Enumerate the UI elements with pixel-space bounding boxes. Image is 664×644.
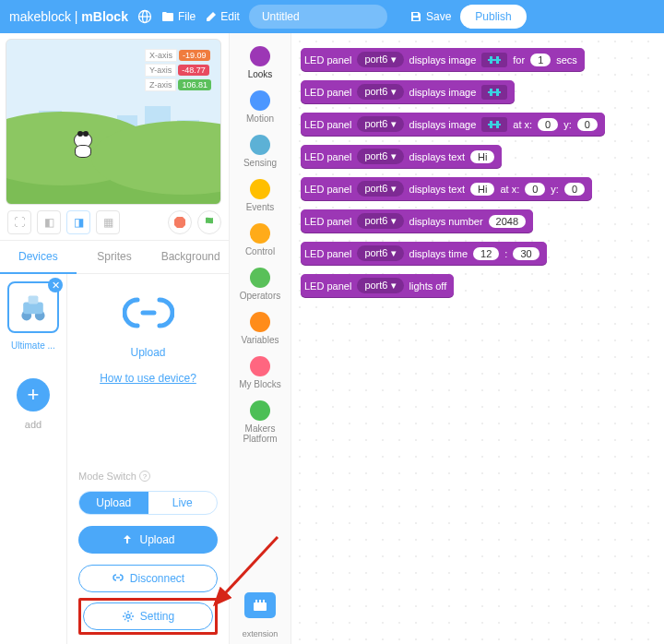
category-sensing[interactable]: Sensing (243, 131, 277, 172)
edit-menu[interactable]: Edit (205, 10, 240, 23)
svg-marker-2 (174, 217, 185, 228)
top-bar: makeblock | mBlock File Edit Save Publis… (0, 0, 664, 33)
edit-label: Edit (220, 10, 240, 23)
grid-button[interactable]: ▦ (96, 210, 120, 234)
brand-mblock: mBlock (81, 9, 128, 24)
layout-button-1[interactable]: ◧ (37, 210, 61, 234)
led-panel-block-7[interactable]: LED panelport6 ▾lights off (301, 274, 454, 297)
block-categories: LooksMotionSensingEventsControlOperators… (229, 33, 291, 644)
tab-devices[interactable]: Devices (0, 241, 77, 274)
led-panel-block-3[interactable]: LED panelport6 ▾displays textHi (301, 145, 502, 168)
device-thumbnail[interactable]: ✕ (7, 281, 59, 333)
layout-button-2[interactable]: ◨ (66, 210, 90, 234)
brand: makeblock | mBlock (9, 9, 128, 24)
file-label: File (178, 10, 196, 23)
block-canvas[interactable]: LED panelport6 ▾displays imagefor1secsLE… (291, 33, 664, 644)
tab-background[interactable]: Background (152, 241, 229, 274)
extension-label: extension (243, 629, 279, 638)
mode-switch-label: Mode Switch? (78, 471, 150, 482)
mode-live[interactable]: Live (148, 492, 218, 514)
tab-sprites[interactable]: Sprites (77, 241, 153, 274)
upload-caption: Upload (130, 346, 165, 359)
add-device-button[interactable]: + (17, 378, 50, 411)
category-variables[interactable]: Variables (242, 308, 279, 349)
globe-icon[interactable] (137, 9, 152, 24)
svg-rect-9 (255, 600, 257, 603)
left-column: X-axis-19.09 Y-axis-48.77 Z-axis106.81 ⛶… (0, 33, 229, 644)
stop-button[interactable] (168, 210, 192, 234)
led-panel-block-1[interactable]: LED panelport6 ▾displays image (301, 80, 515, 103)
category-events[interactable]: Events (246, 175, 275, 216)
panda-sprite (69, 132, 97, 160)
led-panel-block-2[interactable]: LED panelport6 ▾displays imageat x:0y:0 (301, 113, 605, 136)
mode-switch[interactable]: Upload Live (78, 491, 218, 515)
fullscreen-button[interactable]: ⛶ (7, 210, 31, 234)
remove-device-icon[interactable]: ✕ (48, 278, 63, 292)
svg-rect-15 (488, 59, 501, 61)
upload-button[interactable]: Upload (78, 526, 218, 554)
setting-button[interactable]: Setting (83, 602, 213, 630)
save-label: Save (426, 10, 451, 23)
publish-button[interactable]: Publish (460, 5, 526, 29)
svg-rect-10 (259, 600, 261, 603)
led-panel-block-4[interactable]: LED panelport6 ▾displays textHiat x:0y:0 (301, 177, 592, 200)
svg-rect-19 (488, 91, 501, 93)
device-name: Ultimate ... (11, 340, 55, 351)
category-looks[interactable]: Looks (248, 42, 273, 83)
svg-rect-6 (29, 295, 39, 304)
help-icon[interactable]: ? (139, 471, 150, 482)
upload-icon (123, 289, 174, 340)
stage-preview[interactable]: X-axis-19.09 Y-axis-48.77 Z-axis106.81 (6, 39, 221, 205)
svg-point-7 (126, 614, 130, 618)
category-control[interactable]: Control (245, 220, 275, 260)
svg-rect-8 (254, 602, 267, 611)
project-title-input[interactable] (249, 5, 387, 29)
category-motion[interactable]: Motion (246, 87, 274, 127)
asset-tabs: Devices Sprites Background (0, 240, 229, 274)
disconnect-button[interactable]: Disconnect (78, 565, 218, 592)
brand-makeblock: makeblock (9, 9, 71, 24)
save-button[interactable]: Save (409, 10, 451, 23)
led-panel-block-0[interactable]: LED panelport6 ▾displays imagefor1secs (301, 48, 585, 71)
how-to-use-link[interactable]: How to use device? (100, 372, 196, 385)
svg-rect-5 (23, 303, 43, 315)
file-menu[interactable]: File (161, 10, 196, 23)
mode-upload[interactable]: Upload (79, 492, 148, 514)
category-operators[interactable]: Operators (240, 264, 280, 304)
category-makers-platform[interactable]: Makers Platform (230, 397, 290, 447)
led-panel-block-6[interactable]: LED panelport6 ▾displays time12:30 (301, 242, 547, 265)
extension-button[interactable] (244, 592, 276, 618)
stage-controls: ⛶ ◧ ◨ ▦ (0, 205, 229, 240)
svg-rect-23 (488, 124, 501, 125)
category-my-blocks[interactable]: My Blocks (239, 352, 281, 393)
add-device-label: add (25, 419, 42, 430)
led-panel-block-5[interactable]: LED panelport6 ▾displays number2048 (301, 209, 533, 233)
axis-readout: X-axis-19.09 Y-axis-48.77 Z-axis106.81 (145, 49, 211, 91)
setting-highlight: Setting (78, 598, 218, 635)
svg-rect-11 (263, 600, 265, 603)
green-flag-button[interactable] (197, 210, 221, 234)
